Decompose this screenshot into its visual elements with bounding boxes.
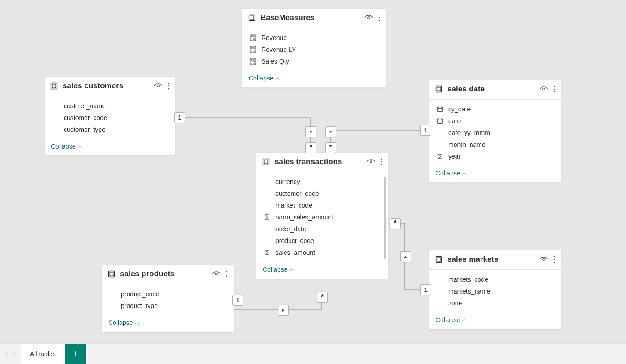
visibility-icon[interactable] bbox=[154, 83, 163, 89]
table-icon bbox=[435, 85, 443, 93]
field-row[interactable]: sales_amount bbox=[256, 247, 388, 259]
collapse-toggle[interactable]: Collapse︿ bbox=[429, 165, 561, 182]
field-row[interactable]: product_code bbox=[256, 235, 388, 247]
table-header[interactable]: sales markets bbox=[429, 250, 561, 270]
field-row[interactable]: year bbox=[429, 150, 561, 162]
svg-point-3 bbox=[379, 15, 380, 16]
field-row[interactable]: norm_sales_amount bbox=[256, 211, 388, 223]
field-row[interactable]: customer_type bbox=[45, 124, 175, 135]
relationship-filter-direction[interactable] bbox=[325, 126, 336, 137]
svg-point-40 bbox=[381, 161, 382, 163]
field-row[interactable]: custmer_name bbox=[45, 100, 175, 112]
field-label: sales_amount bbox=[275, 249, 315, 256]
collapse-toggle[interactable]: Collapse︿ bbox=[45, 138, 175, 155]
table-header[interactable]: sales date bbox=[429, 80, 561, 100]
table-sales-markets[interactable]: sales marketsmarkets_codemarkets_namezon… bbox=[429, 250, 561, 329]
pager-prev[interactable] bbox=[5, 350, 9, 358]
svg-rect-30 bbox=[51, 83, 57, 89]
svg-rect-57 bbox=[110, 272, 113, 276]
relationship-cardinality-many[interactable]: * bbox=[325, 142, 336, 153]
table-sales-products[interactable]: sales productsproduct_codeproduct_typeCo… bbox=[101, 264, 234, 332]
svg-rect-7 bbox=[251, 35, 255, 37]
table-sales-customers[interactable]: sales customerscustmer_namecustomer_code… bbox=[44, 76, 176, 156]
chevron-up-icon: ︿ bbox=[289, 265, 295, 273]
visibility-icon[interactable] bbox=[366, 159, 376, 165]
field-row[interactable]: zone bbox=[429, 297, 561, 309]
more-options-icon[interactable] bbox=[380, 158, 383, 166]
field-row[interactable]: markets_code bbox=[429, 274, 561, 285]
model-canvas[interactable]: BaseMeasuresRevenueRevenue LYSales QtyCo… bbox=[0, 0, 626, 364]
visibility-icon[interactable] bbox=[539, 256, 548, 263]
tab-pager bbox=[0, 344, 21, 364]
relationship-filter-direction[interactable] bbox=[400, 251, 411, 262]
table-header[interactable]: BaseMeasures bbox=[242, 9, 386, 28]
visibility-icon[interactable] bbox=[539, 86, 548, 92]
table-base-measures[interactable]: BaseMeasuresRevenueRevenue LYSales QtyCo… bbox=[242, 8, 386, 88]
field-row[interactable]: product_code bbox=[102, 288, 234, 300]
collapse-toggle[interactable]: Collapse︿ bbox=[102, 314, 234, 332]
field-row[interactable]: Revenue LY bbox=[242, 44, 386, 55]
collapse-toggle[interactable]: Collapse︿ bbox=[242, 70, 386, 87]
date-icon bbox=[436, 106, 444, 112]
field-row[interactable]: customer_code bbox=[45, 112, 175, 124]
field-row[interactable]: currency bbox=[256, 176, 388, 188]
collapse-label: Collapse bbox=[263, 266, 287, 273]
relationship-cardinality-one[interactable]: 1 bbox=[420, 125, 431, 136]
table-header[interactable]: sales customers bbox=[45, 77, 175, 96]
more-options-icon[interactable] bbox=[553, 85, 556, 93]
relationship-cardinality-one[interactable]: 1 bbox=[420, 284, 431, 295]
table-sales-date[interactable]: sales datecy_datedatedate_yy_mmmmonth_na… bbox=[429, 80, 561, 183]
field-row[interactable]: date_yy_mmm bbox=[429, 127, 561, 139]
table-header[interactable]: sales products bbox=[102, 265, 234, 284]
field-row[interactable]: product_type bbox=[102, 300, 234, 312]
field-row[interactable]: date bbox=[429, 115, 561, 127]
field-label: markets_name bbox=[448, 288, 491, 295]
visibility-icon[interactable] bbox=[364, 15, 373, 21]
visibility-icon[interactable] bbox=[212, 271, 221, 277]
add-tab-button[interactable]: + bbox=[65, 344, 86, 364]
relationship-filter-direction[interactable] bbox=[278, 305, 289, 316]
table-header[interactable]: sales transactions bbox=[256, 153, 388, 172]
field-row[interactable]: cy_date bbox=[429, 103, 561, 115]
field-row[interactable]: Sales Qty bbox=[242, 55, 386, 67]
relationship-cardinality-one[interactable]: 1 bbox=[174, 112, 185, 123]
svg-point-2 bbox=[368, 17, 370, 19]
more-options-icon[interactable] bbox=[553, 255, 556, 264]
svg-point-67 bbox=[554, 262, 555, 263]
svg-point-58 bbox=[215, 273, 218, 275]
svg-point-66 bbox=[554, 259, 555, 260]
field-row[interactable]: market_code bbox=[256, 199, 388, 211]
more-options-icon[interactable] bbox=[378, 14, 381, 22]
field-list-scrollbar[interactable] bbox=[384, 177, 386, 259]
relationship-cardinality-one[interactable]: 1 bbox=[232, 295, 243, 306]
field-row[interactable]: month_name bbox=[429, 139, 561, 150]
field-label: year bbox=[448, 153, 461, 160]
more-options-icon[interactable] bbox=[167, 82, 170, 90]
svg-rect-63 bbox=[437, 258, 441, 261]
field-label: product_type bbox=[121, 302, 158, 309]
relationship-cardinality-many[interactable]: * bbox=[305, 142, 316, 153]
svg-point-25 bbox=[253, 61, 254, 62]
field-label: custmer_name bbox=[64, 102, 106, 110]
svg-point-24 bbox=[252, 61, 253, 62]
collapse-toggle[interactable]: Collapse︿ bbox=[256, 261, 388, 279]
svg-rect-48 bbox=[438, 107, 443, 112]
table-icon bbox=[262, 158, 270, 166]
relationship-cardinality-many[interactable]: * bbox=[390, 218, 401, 229]
field-row[interactable]: order_date bbox=[256, 223, 388, 235]
field-row[interactable]: customer_code bbox=[256, 188, 388, 199]
more-options-icon[interactable] bbox=[225, 270, 228, 278]
tab-all-tables[interactable]: All tables bbox=[21, 344, 65, 364]
table-title: sales customers bbox=[63, 81, 149, 90]
field-row[interactable]: markets_name bbox=[429, 285, 561, 297]
pager-next[interactable] bbox=[12, 350, 16, 358]
table-sales-transactions[interactable]: sales transactionscurrencycustomer_codem… bbox=[256, 152, 389, 279]
relationship-filter-direction[interactable] bbox=[305, 126, 316, 137]
field-label: customer_type bbox=[64, 126, 105, 133]
field-label: cy_date bbox=[448, 105, 471, 113]
calc-icon bbox=[250, 46, 257, 53]
relationship-cardinality-many[interactable]: * bbox=[317, 292, 328, 303]
footer-bar: All tables + bbox=[0, 343, 626, 364]
field-row[interactable]: Revenue bbox=[242, 32, 386, 44]
collapse-toggle[interactable]: Collapse︿ bbox=[429, 312, 561, 329]
